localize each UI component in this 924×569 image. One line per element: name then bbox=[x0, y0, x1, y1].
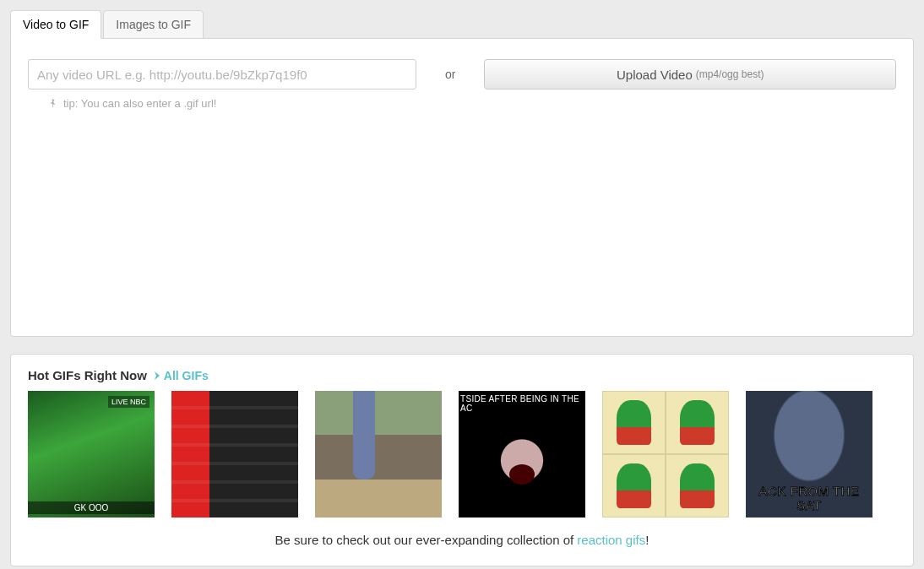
cta-text-pre: Be sure to check out our ever-expanding … bbox=[275, 533, 578, 547]
reaction-gifs-link[interactable]: reaction gifs bbox=[577, 533, 645, 547]
hot-gifs-panel: Hot GIFs Right Now All GIFs Be sure to c… bbox=[10, 354, 914, 566]
upload-video-label: Upload Video bbox=[617, 68, 693, 82]
gif-thumb[interactable] bbox=[602, 391, 729, 518]
or-separator: or bbox=[437, 68, 464, 81]
video-url-input[interactable] bbox=[28, 59, 416, 89]
hot-gifs-title: Hot GIFs Right Now bbox=[28, 368, 147, 382]
upload-video-button[interactable]: Upload Video (mp4/ogg best) bbox=[484, 59, 896, 89]
gif-thumb[interactable] bbox=[28, 391, 155, 518]
gif-thumb[interactable] bbox=[746, 391, 872, 518]
workspace-area bbox=[28, 110, 896, 319]
hot-gifs-thumbs bbox=[28, 391, 896, 518]
tip-text: tip: You can also enter a .gif url! bbox=[63, 97, 216, 110]
gif-thumb[interactable] bbox=[315, 391, 442, 518]
gif-thumb[interactable] bbox=[171, 391, 298, 518]
tab-strip: Video to GIF Images to GIF bbox=[10, 10, 914, 39]
tab-images-to-gif[interactable]: Images to GIF bbox=[103, 10, 204, 39]
hot-gifs-header: Hot GIFs Right Now All GIFs bbox=[28, 368, 896, 382]
cta-text-post: ! bbox=[645, 533, 649, 547]
reaction-gifs-cta: Be sure to check out our ever-expanding … bbox=[28, 533, 896, 547]
pin-icon bbox=[45, 95, 61, 111]
tab-video-to-gif[interactable]: Video to GIF bbox=[10, 10, 101, 39]
gif-thumb[interactable] bbox=[459, 391, 585, 518]
all-gifs-label: All GIFs bbox=[164, 369, 209, 382]
input-row: or Upload Video (mp4/ogg best) bbox=[28, 59, 896, 89]
all-gifs-link[interactable]: All GIFs bbox=[154, 369, 209, 382]
main-panel: or Upload Video (mp4/ogg best) tip: You … bbox=[10, 38, 914, 337]
arrow-right-icon bbox=[154, 369, 162, 382]
upload-video-hint: (mp4/ogg best) bbox=[696, 68, 764, 80]
tip-row: tip: You can also enter a .gif url! bbox=[28, 96, 896, 110]
